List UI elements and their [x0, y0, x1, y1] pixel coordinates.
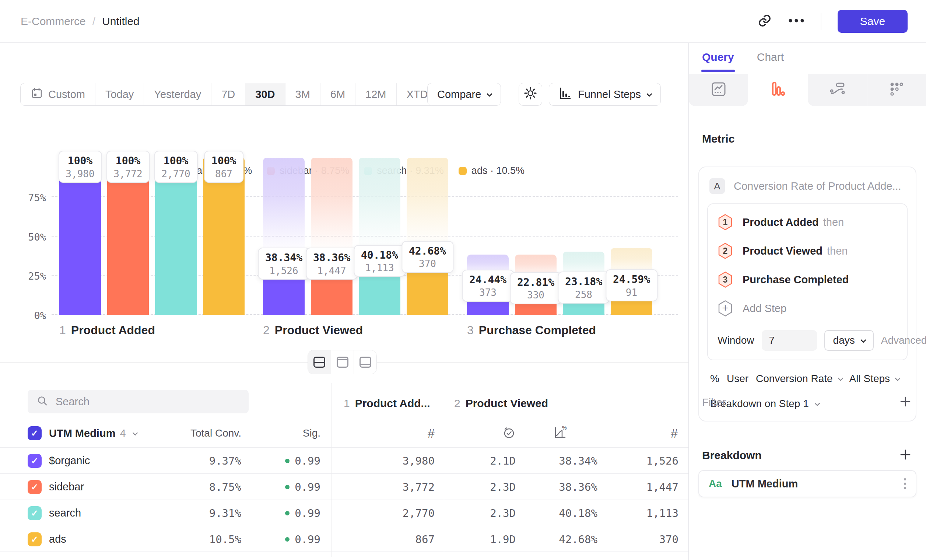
copy-link-button[interactable]: [757, 13, 772, 29]
split-view-icon: [313, 357, 325, 368]
add-filter-button[interactable]: [899, 396, 911, 409]
bar-value-label: 42.68%370: [401, 241, 454, 273]
total-conv-value: 8.75%: [158, 474, 241, 500]
table-only-view-icon: [360, 357, 371, 368]
select-all-checkbox[interactable]: ✓: [28, 426, 42, 440]
step-axis-label-3[interactable]: 3Purchase Completed: [467, 324, 596, 337]
step1-count-column[interactable]: #: [390, 421, 435, 445]
row-checkbox[interactable]: ✓: [28, 480, 42, 494]
group-header-cell[interactable]: UTM Medium 4: [49, 421, 137, 445]
y-axis-tick: 25%: [18, 271, 46, 282]
add-breakdown-button[interactable]: [899, 449, 911, 462]
sig-value: 0.99: [254, 526, 321, 552]
tab-chart[interactable]: Chart: [757, 51, 784, 69]
table-step2-header[interactable]: 2 Product Viewed: [454, 397, 548, 410]
bar-value-label: 38.34%1,526: [258, 248, 310, 280]
chevron-down-icon: [646, 91, 652, 97]
kebab-menu-icon[interactable]: [904, 478, 906, 489]
save-button[interactable]: Save: [838, 10, 908, 33]
breakdown-section-header: Breakdown: [702, 449, 911, 462]
row-checkbox[interactable]: ✓: [28, 506, 42, 520]
header-divider: [821, 13, 822, 30]
range-7d[interactable]: 7D: [211, 83, 245, 105]
tab-query[interactable]: Query: [702, 51, 734, 69]
more-menu-button[interactable]: [788, 18, 805, 24]
chevron-down-icon: [861, 337, 866, 343]
bar-value-label: 22.81%330: [510, 272, 562, 304]
conversion-chart-icon: %: [553, 425, 567, 441]
range-6m[interactable]: 6M: [320, 83, 355, 105]
funnel-bars-icon: [559, 86, 572, 103]
sig-header[interactable]: Sig.: [254, 421, 321, 445]
step2-count: 1,113: [611, 500, 678, 526]
retention-icon: [888, 80, 905, 100]
range-3m[interactable]: 3M: [285, 83, 320, 105]
query-step-3[interactable]: 3Purchase Completed: [717, 271, 897, 288]
table-row-sidebar[interactable]: ✓sidebar8.75%0.993,7722.3D38.36%1,447: [0, 474, 688, 499]
layout-split-button[interactable]: [308, 350, 331, 374]
compare-button[interactable]: Compare: [427, 83, 501, 106]
range-12m[interactable]: 12M: [355, 83, 396, 105]
group-count: 4: [120, 427, 126, 439]
step-name: Product Add...: [355, 397, 430, 410]
add-step-label: Add Step: [743, 303, 787, 315]
total-conv-value: 9.31%: [158, 500, 241, 526]
bar-value-label: 24.59%91: [605, 269, 657, 301]
layout-chart-only-button[interactable]: [331, 350, 354, 374]
sig-dot: [285, 537, 289, 542]
search-input[interactable]: [56, 396, 240, 408]
window-value-input[interactable]: [762, 330, 817, 351]
row-checkbox[interactable]: ✓: [28, 532, 42, 546]
time-to-convert: 1.9D: [457, 526, 516, 552]
table-step1-header[interactable]: 1 Product Add...: [343, 397, 430, 410]
panel-tabs: Query Chart: [702, 51, 784, 69]
tab-flows[interactable]: [808, 74, 867, 106]
step2-count: 370: [611, 526, 678, 552]
step1-count: 2,770: [354, 500, 435, 526]
drop-off-bar-ads: [407, 158, 448, 248]
table-row-search[interactable]: ✓search9.31%0.992,7702.3D40.18%1,113: [0, 499, 688, 526]
layout-table-only-button[interactable]: [354, 350, 377, 374]
header-actions: Save: [757, 10, 908, 33]
breadcrumb-project[interactable]: E-Commerce: [21, 15, 86, 28]
table-row-ads[interactable]: ✓ads10.5%0.998671.9D42.68%370: [0, 526, 688, 552]
tab-retention[interactable]: [867, 74, 926, 106]
funnel-step-labels: 1Product Added2Product Viewed3Purchase C…: [0, 324, 688, 340]
top-header: E-Commerce / Untitled Save: [0, 0, 926, 43]
step2-count-column[interactable]: #: [634, 421, 678, 445]
range-custom[interactable]: Custom: [21, 83, 95, 105]
chart-settings-button[interactable]: [519, 83, 542, 106]
time-to-convert: 2.3D: [457, 474, 516, 500]
group-by-label: UTM Medium: [49, 427, 115, 439]
range-yesterday[interactable]: Yesterday: [144, 83, 211, 105]
window-unit-select[interactable]: days: [824, 330, 874, 351]
time-to-convert-column[interactable]: [479, 421, 516, 445]
step-axis-label-2[interactable]: 2Product Viewed: [263, 324, 363, 337]
query-panel: Query Chart: [688, 43, 926, 560]
advanced-toggle[interactable]: Advanced: [881, 334, 926, 346]
step-name: Product Viewed: [466, 397, 548, 410]
steps-scope-dropdown[interactable]: All Steps: [849, 373, 899, 384]
metric-heading: Metric: [702, 133, 734, 145]
total-conv-header[interactable]: Total Conv.: [158, 421, 241, 445]
query-step-1[interactable]: 1Product Addedthen: [717, 214, 897, 231]
breadcrumb-report-title[interactable]: Untitled: [102, 15, 139, 28]
breakdown-item[interactable]: AaUTM Medium: [698, 470, 917, 497]
measure-type-dropdown[interactable]: Conversion Rate: [756, 373, 842, 384]
query-step-2[interactable]: 2Product Viewedthen: [717, 242, 897, 259]
row-checkbox[interactable]: ✓: [28, 454, 42, 468]
range-30d[interactable]: 30D: [245, 83, 285, 105]
table-row-organic[interactable]: ✓$organic9.37%0.993,9802.1D38.34%1,526: [0, 447, 688, 474]
measure-entity-label[interactable]: User: [727, 373, 749, 384]
range-today[interactable]: Today: [95, 83, 144, 105]
tab-funnels[interactable]: [748, 74, 807, 106]
report-type-tabs: [689, 74, 926, 106]
metric-summary-row[interactable]: A Conversion Rate of Product Adde...: [707, 176, 908, 194]
add-step-button[interactable]: + Add Step: [717, 300, 897, 317]
conversion-rate-column[interactable]: %: [530, 421, 567, 445]
step-axis-label-1[interactable]: 1Product Added: [59, 324, 155, 337]
tab-insights[interactable]: [689, 74, 748, 106]
metric-name: Conversion Rate of Product Adde...: [734, 180, 901, 192]
add-step-hex-icon: +: [717, 300, 733, 317]
chart-type-button[interactable]: Funnel Steps: [549, 83, 661, 106]
